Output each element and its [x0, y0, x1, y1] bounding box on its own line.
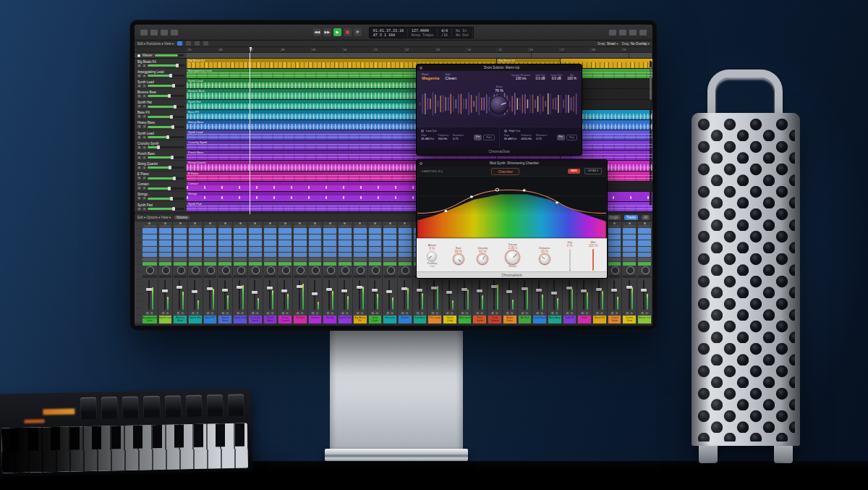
- channel-name-chip[interactable]: Perc Loop: [428, 316, 441, 324]
- send-slots[interactable]: [623, 247, 636, 257]
- output-slot[interactable]: [339, 258, 352, 261]
- input-slot[interactable]: [219, 225, 231, 227]
- channel-name-chip[interactable]: Riser: [578, 316, 591, 324]
- mute-button[interactable]: M: [281, 312, 285, 315]
- volume-fader[interactable]: [189, 279, 202, 311]
- pre-button[interactable]: Pre: [557, 135, 565, 140]
- param[interactable]: Output Gain 0.0 dB: [550, 74, 562, 81]
- volume-fader[interactable]: [323, 279, 336, 311]
- library-icon[interactable]: [140, 30, 148, 35]
- output-slot[interactable]: [638, 258, 651, 261]
- track-header[interactable]: Bass FX M S: [135, 110, 187, 120]
- solo-button[interactable]: S: [142, 146, 146, 149]
- mute-button[interactable]: M: [356, 312, 359, 315]
- record-enable-button[interactable]: [278, 222, 292, 224]
- pan-knob[interactable]: [309, 266, 322, 274]
- record-enable-button[interactable]: [142, 222, 157, 224]
- pan-knob[interactable]: [294, 266, 307, 274]
- output-slot[interactable]: [323, 258, 336, 261]
- mute-button[interactable]: M: [416, 312, 420, 315]
- channel-name-chip[interactable]: Shaker: [399, 316, 412, 324]
- pan-knob[interactable]: [159, 266, 172, 274]
- record-enable-button[interactable]: [369, 222, 382, 224]
- record-enable-button[interactable]: [383, 222, 396, 224]
- mute-button[interactable]: M: [401, 312, 404, 315]
- track-volume-slider[interactable]: [148, 198, 184, 200]
- cut-param[interactable]: Frequency4000 Hz: [521, 134, 532, 140]
- record-enable-button[interactable]: [174, 222, 187, 224]
- output-slot[interactable]: [608, 258, 621, 261]
- volume-fader[interactable]: [488, 279, 501, 311]
- low-cut-toggle[interactable]: [421, 130, 424, 132]
- solo-button[interactable]: S: [255, 312, 259, 315]
- audio-fx-slots[interactable]: [294, 228, 307, 246]
- snap-menu[interactable]: Snap: Smart ▾: [597, 42, 618, 46]
- audio-fx-slots[interactable]: [278, 228, 292, 246]
- solo-button[interactable]: S: [300, 312, 304, 315]
- input-slot[interactable]: [324, 225, 336, 227]
- channel-name-chip[interactable]: Bass FX: [204, 316, 217, 324]
- channel-strip[interactable]: M S Synth Lead: [233, 221, 248, 324]
- mixer-menu-item[interactable]: View ▾: [161, 216, 171, 219]
- channel-name-chip[interactable]: Arpeggiating Lead: [142, 316, 157, 324]
- mute-button[interactable]: M: [237, 312, 240, 315]
- dry-slider-cell[interactable]: Dry0 %: [558, 240, 581, 271]
- record-enable-button[interactable]: [323, 222, 336, 224]
- volume-fader[interactable]: [142, 279, 157, 311]
- solo-button[interactable]: S: [142, 64, 146, 67]
- channel-name-chip[interactable]: Punch Bass: [264, 316, 277, 324]
- view-tracks-button[interactable]: Tracks: [624, 215, 638, 220]
- smart-controls-icon[interactable]: [161, 30, 168, 35]
- volume-fader[interactable]: [503, 279, 516, 311]
- mute-button[interactable]: M: [137, 208, 141, 211]
- input-slot[interactable]: [294, 225, 306, 227]
- track-header[interactable]: Heavy Bass M S: [135, 120, 187, 130]
- channel-name-chip[interactable]: Chord Stabs: [608, 316, 621, 324]
- chromaglow-titlebar[interactable]: Drum Submix: Warm-Up: [417, 64, 582, 71]
- mute-button[interactable]: M: [137, 115, 141, 118]
- solo-button[interactable]: S: [150, 312, 153, 315]
- track-volume-slider[interactable]: [148, 166, 184, 169]
- audio-fx-slots[interactable]: [174, 228, 187, 246]
- input-slot[interactable]: [609, 225, 621, 227]
- density-knob-cell[interactable]: Density62 %: [471, 246, 495, 264]
- audio-fx-slots[interactable]: [159, 228, 172, 246]
- input-slot[interactable]: [310, 225, 321, 227]
- channel-name-chip[interactable]: E Piano: [294, 316, 307, 324]
- menu-item[interactable]: View ▾: [164, 42, 174, 46]
- record-enable-button[interactable]: [339, 222, 352, 224]
- attack-knob[interactable]: [427, 251, 437, 261]
- channel-name-chip[interactable]: Mod Synth: [459, 316, 472, 324]
- solo-button[interactable]: S: [142, 187, 146, 190]
- pan-knob[interactable]: [264, 266, 277, 274]
- output-slot[interactable]: [369, 258, 382, 261]
- dry-slider[interactable]: [569, 249, 571, 271]
- input-slot[interactable]: [190, 225, 201, 227]
- audio-fx-slots[interactable]: [323, 228, 336, 246]
- send-slots[interactable]: [174, 247, 187, 257]
- send-slots[interactable]: [354, 247, 367, 257]
- input-slot[interactable]: [384, 225, 396, 227]
- output-slot[interactable]: [354, 258, 367, 261]
- track-header[interactable]: String Quartet M S: [135, 161, 187, 171]
- send-slots[interactable]: [189, 247, 202, 257]
- channel-name-chip[interactable]: Synth Pad: [339, 316, 352, 324]
- channel-name-chip[interactable]: Synth Lead: [159, 316, 172, 324]
- input-slot[interactable]: [624, 225, 635, 227]
- audio-fx-slots[interactable]: [309, 228, 322, 246]
- cut-param[interactable]: Resonance0.71: [536, 134, 547, 140]
- channel-name-chip[interactable]: Snap Claps: [369, 316, 382, 324]
- input-slot[interactable]: [265, 225, 276, 227]
- solo-button[interactable]: S: [142, 115, 146, 118]
- bar-ruler[interactable]: 454647484950515253545556575859: [135, 47, 652, 53]
- solo-button[interactable]: S: [585, 312, 589, 315]
- channel-strip[interactable]: M S Bounce Beat: [173, 221, 188, 324]
- input-slot[interactable]: [160, 225, 171, 227]
- arrangement-marker[interactable]: [532, 53, 629, 58]
- channel-name-chip[interactable]: Drums Sum: [623, 316, 636, 324]
- mute-button[interactable]: M: [137, 105, 141, 108]
- audio-fx-slots[interactable]: [354, 228, 367, 246]
- channel-name-chip[interactable]: Heavy Bass: [218, 316, 231, 324]
- mute-button[interactable]: M: [137, 177, 141, 179]
- mute-button[interactable]: M: [506, 312, 509, 315]
